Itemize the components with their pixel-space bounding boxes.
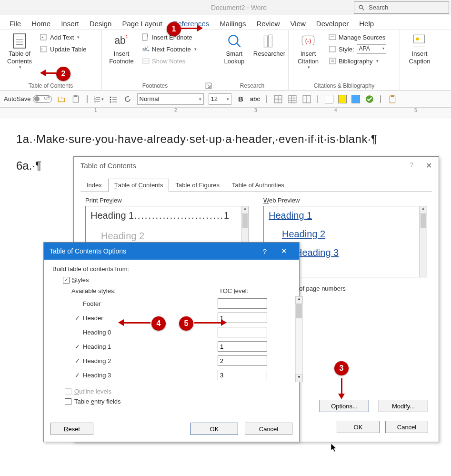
svg-point-43 [110,96,111,98]
search-placeholder: Search [369,4,388,11]
tab-help[interactable]: Help [356,18,377,30]
tab-design[interactable]: Design [87,18,115,30]
tab-authorities[interactable]: Table of Authorities [226,179,291,187]
numbered-list-icon[interactable]: 123 [94,94,104,104]
toggle-switch[interactable]: Off [33,95,52,103]
tab-view[interactable]: View [288,18,309,30]
tab-layout[interactable]: Page Layout [119,18,165,30]
clipboard-icon[interactable] [388,94,397,104]
annotation-2: 2 [56,67,70,81]
researcher-button[interactable]: Researcher [253,32,285,65]
insert-footnote-label: Insert Footnote [109,50,133,65]
svg-line-1 [362,8,364,10]
separator: │ [379,95,383,102]
svg-point-0 [359,5,362,9]
insert-citation-button[interactable]: (-) Insert Citation [291,32,325,70]
bold-icon[interactable]: B [236,94,246,104]
researcher-label: Researcher [253,50,285,58]
svg-rect-28 [330,46,335,52]
group-research: Smart Lookup Researcher Research [216,30,289,91]
citation-style-select[interactable]: Style: APA ▾ [329,44,386,54]
font-size-select[interactable]: 12▾ [209,93,231,105]
svg-rect-13 [142,34,147,41]
horizontal-ruler[interactable]: 1 2 3 4 5 [0,108,451,118]
refresh-icon[interactable] [123,94,132,104]
smart-lookup-icon [226,33,242,49]
group-label-research: Research [219,81,285,90]
tab-insert[interactable]: Insert [58,18,82,30]
svg-rect-26 [329,35,336,40]
annotation-1: 1 [167,22,181,36]
svg-text:3: 3 [94,100,96,102]
caption-icon [411,33,428,49]
group-label-footnotes: Footnotes [105,81,205,90]
svg-text:i: i [147,34,148,37]
svg-line-21 [237,43,240,47]
bullet-list-icon[interactable] [109,94,118,104]
doc-line-1: 1a.·Make·sure·you·have·already·set·up·a·… [16,132,435,146]
dialog-launcher-icon[interactable] [205,82,212,89]
ribbon: Table of Contents + Add Text ! Update Ta… [0,30,451,91]
tab-figures[interactable]: Table of Figures [169,179,226,187]
svg-rect-23 [269,35,272,47]
show-notes-button[interactable]: Show Notes [142,56,197,66]
svg-rect-52 [289,95,296,103]
next-footnote-button[interactable]: ab1 Next Footnote [142,44,197,54]
style-name-select[interactable]: Normal▾ [137,93,204,105]
svg-rect-22 [264,36,268,47]
tab-developer[interactable]: Developer [313,18,351,30]
group-label-citations: Citations & Bibliography [291,81,397,90]
help-icon[interactable]: ? [410,161,413,170]
table-of-contents-button[interactable]: Table of Contents [3,32,36,70]
tab-home[interactable]: Home [29,18,53,30]
dialog-title: Table of Contents [80,162,136,170]
separator: │ [265,95,269,102]
svg-rect-36 [74,95,78,97]
paste-icon[interactable] [71,94,80,104]
style-dropdown[interactable]: APA ▾ [357,44,386,54]
update-icon: ! [40,45,48,53]
color-swatch-yellow[interactable] [338,95,347,103]
bibliography-label: Bibliography [339,58,373,65]
color-swatch-blue[interactable] [351,95,360,103]
document-list-icon [11,33,28,49]
table-icon-2[interactable] [288,94,297,104]
color-swatch-white[interactable] [325,95,333,103]
manage-sources-button[interactable]: Manage Sources [329,32,386,42]
table-icon-1[interactable] [273,94,283,104]
tab-mailings[interactable]: Mailings [217,18,249,30]
open-icon[interactable] [57,94,66,104]
close-icon[interactable]: ✕ [426,161,432,170]
table-icon-3[interactable] [302,94,311,104]
check-circle-icon[interactable] [365,94,374,104]
search-box[interactable]: Search [354,1,449,14]
tab-toc[interactable]: Table of Contents [108,179,170,187]
insert-footnote-button[interactable]: ab1 Insert Footnote [105,32,138,66]
separator: │ [85,95,89,102]
endnote-icon: i [142,33,150,41]
group-captions: Insert Caption [400,30,448,91]
smart-lookup-button[interactable]: Smart Lookup [219,32,250,65]
insert-caption-label: Insert Caption [409,50,431,65]
bibliography-icon [329,57,336,65]
svg-text:ab: ab [142,47,147,51]
update-table-button[interactable]: ! Update Table [40,44,86,54]
sources-icon [329,33,336,41]
ribbon-tabs: File Home Insert Design Page Layout Refe… [0,15,451,30]
add-text-label: Add Text [50,34,74,41]
next-footnote-icon: ab1 [142,45,150,53]
tab-file[interactable]: File [7,18,24,30]
bibliography-button[interactable]: Bibliography [329,56,386,66]
separator: │ [316,95,320,102]
autosave-toggle[interactable]: AutoSave Off [4,95,52,103]
strikethrough-icon[interactable]: abc [251,94,260,104]
autosave-label: AutoSave [4,95,30,102]
insert-caption-button[interactable]: Insert Caption [403,32,436,65]
tab-review[interactable]: Review [253,18,282,30]
tab-index[interactable]: Index [80,179,108,187]
manage-sources-label: Manage Sources [339,34,385,41]
footnote-icon: ab1 [113,33,130,49]
svg-point-20 [229,35,238,44]
add-text-icon: + [40,33,48,41]
add-text-button[interactable]: + Add Text [40,32,86,42]
